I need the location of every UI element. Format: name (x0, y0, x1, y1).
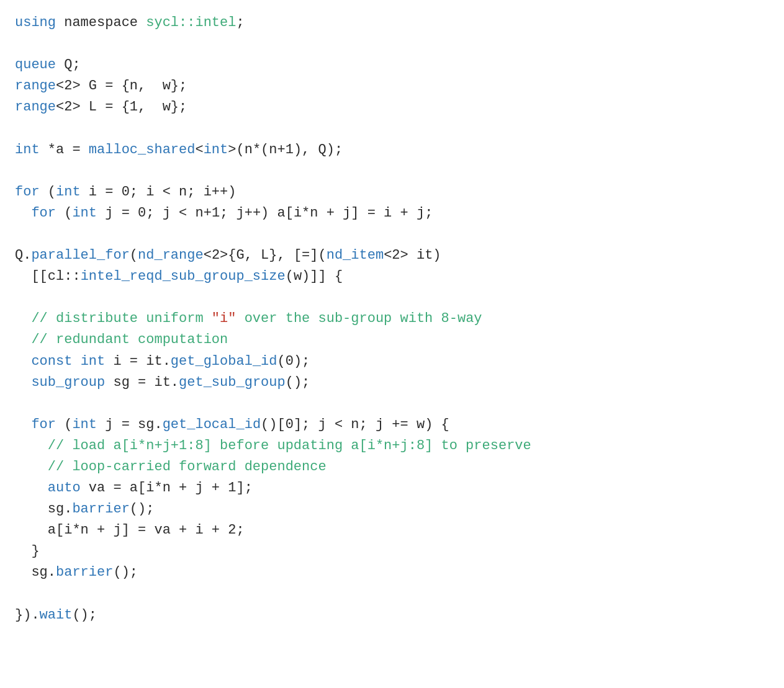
line-comment2: // redundant computation (15, 332, 228, 347)
line-for1: for (int i = 0; i < n; i++) (15, 184, 236, 200)
code-container: using namespace sycl::intel; queue Q; ra… (15, 12, 769, 626)
line-comment3: // load a[i*n+j+1:8] before updating a[i… (15, 438, 531, 453)
line-comment1: // distribute uniform "i" over the sub-g… (15, 311, 482, 326)
line-close-brace: } (15, 543, 40, 559)
line-sub-group: sub_group sg = it.get_sub_group(); (15, 375, 310, 390)
line-using: using namespace sycl::intel; (15, 15, 245, 30)
line-for2: for (int j = 0; j < n+1; j++) a[i*n + j]… (15, 205, 433, 221)
line-barrier1: sg.barrier(); (15, 501, 154, 517)
line-assign: a[i*n + j] = va + i + 2; (15, 522, 245, 538)
line-auto-va: auto va = a[i*n + j + 1]; (15, 480, 253, 496)
line-wait: }).wait(); (15, 607, 97, 623)
line-malloc: int *a = malloc_shared<int>(n*(n+1), Q); (15, 142, 343, 158)
line-for-j: for (int j = sg.get_local_id()[0]; j < n… (15, 417, 449, 432)
line-range-l: range<2> L = {1, w}; (15, 99, 187, 115)
line-comment4: // loop-carried forward dependence (15, 459, 327, 475)
line-queue: queue Q; (15, 57, 81, 73)
line-range-g: range<2> G = {n, w}; (15, 78, 187, 94)
line-const-i: const int i = it.get_global_id(0); (15, 354, 310, 369)
line-barrier2: sg.barrier(); (15, 565, 138, 580)
line-attribute: [[cl::intel_reqd_sub_group_size(w)]] { (15, 269, 343, 284)
line-parallel-for: Q.parallel_for(nd_range<2>{G, L}, [=](nd… (15, 248, 441, 263)
